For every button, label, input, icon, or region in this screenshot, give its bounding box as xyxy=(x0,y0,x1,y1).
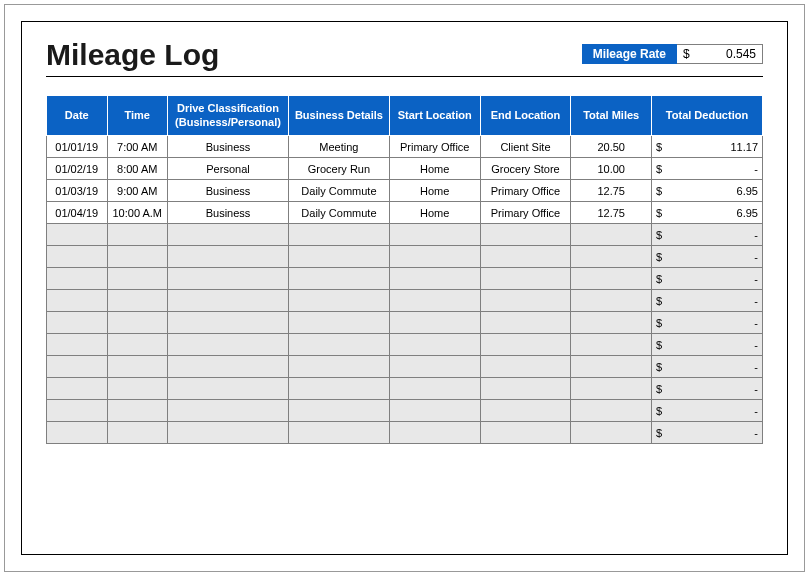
mileage-rate-value[interactable]: $ 0.545 xyxy=(677,44,763,64)
cell-time[interactable]: 7:00 AM xyxy=(107,136,168,158)
cell-start[interactable]: Home xyxy=(389,202,480,224)
cell-empty[interactable] xyxy=(571,400,652,422)
cell-class[interactable]: Business xyxy=(168,180,289,202)
cell-empty[interactable] xyxy=(107,312,168,334)
cell-empty[interactable] xyxy=(289,422,390,444)
cell-empty[interactable] xyxy=(47,334,108,356)
cell-deduction[interactable]: $- xyxy=(652,400,763,422)
cell-empty[interactable] xyxy=(571,334,652,356)
cell-empty[interactable] xyxy=(107,356,168,378)
table-row[interactable]: 01/03/199:00 AMBusinessDaily CommuteHome… xyxy=(47,180,763,202)
cell-empty[interactable] xyxy=(389,290,480,312)
cell-empty[interactable] xyxy=(168,422,289,444)
cell-empty[interactable] xyxy=(289,356,390,378)
cell-date[interactable]: 01/04/19 xyxy=(47,202,108,224)
table-row[interactable]: $- xyxy=(47,378,763,400)
cell-empty[interactable] xyxy=(480,290,571,312)
cell-deduction[interactable]: $- xyxy=(652,224,763,246)
cell-empty[interactable] xyxy=(107,290,168,312)
cell-details[interactable]: Daily Commute xyxy=(289,202,390,224)
cell-empty[interactable] xyxy=(289,378,390,400)
cell-empty[interactable] xyxy=(168,400,289,422)
cell-empty[interactable] xyxy=(47,290,108,312)
cell-empty[interactable] xyxy=(389,224,480,246)
cell-deduction[interactable]: $- xyxy=(652,290,763,312)
cell-empty[interactable] xyxy=(480,356,571,378)
cell-start[interactable]: Home xyxy=(389,180,480,202)
cell-class[interactable]: Personal xyxy=(168,158,289,180)
cell-empty[interactable] xyxy=(168,312,289,334)
cell-time[interactable]: 8:00 AM xyxy=(107,158,168,180)
cell-empty[interactable] xyxy=(571,422,652,444)
cell-empty[interactable] xyxy=(571,246,652,268)
cell-details[interactable]: Daily Commute xyxy=(289,180,390,202)
cell-empty[interactable] xyxy=(168,290,289,312)
cell-empty[interactable] xyxy=(389,246,480,268)
cell-miles[interactable]: 12.75 xyxy=(571,202,652,224)
cell-deduction[interactable]: $6.95 xyxy=(652,202,763,224)
cell-end[interactable]: Grocery Store xyxy=(480,158,571,180)
cell-empty[interactable] xyxy=(389,422,480,444)
cell-empty[interactable] xyxy=(389,334,480,356)
cell-empty[interactable] xyxy=(480,334,571,356)
table-row[interactable]: 01/04/1910:00 A.MBusinessDaily CommuteHo… xyxy=(47,202,763,224)
cell-miles[interactable]: 12.75 xyxy=(571,180,652,202)
cell-deduction[interactable]: $- xyxy=(652,268,763,290)
cell-empty[interactable] xyxy=(107,400,168,422)
cell-empty[interactable] xyxy=(480,312,571,334)
cell-miles[interactable]: 10.00 xyxy=(571,158,652,180)
cell-empty[interactable] xyxy=(47,268,108,290)
table-row[interactable]: $- xyxy=(47,400,763,422)
cell-empty[interactable] xyxy=(480,268,571,290)
cell-empty[interactable] xyxy=(571,290,652,312)
cell-empty[interactable] xyxy=(168,356,289,378)
cell-empty[interactable] xyxy=(107,246,168,268)
table-row[interactable]: $- xyxy=(47,312,763,334)
cell-deduction[interactable]: $6.95 xyxy=(652,180,763,202)
table-row[interactable]: $- xyxy=(47,224,763,246)
table-row[interactable]: $- xyxy=(47,356,763,378)
table-row[interactable]: $- xyxy=(47,290,763,312)
cell-empty[interactable] xyxy=(389,378,480,400)
cell-empty[interactable] xyxy=(571,356,652,378)
cell-empty[interactable] xyxy=(480,224,571,246)
cell-end[interactable]: Primary Office xyxy=(480,180,571,202)
cell-deduction[interactable]: $- xyxy=(652,422,763,444)
table-row[interactable]: $- xyxy=(47,268,763,290)
cell-date[interactable]: 01/03/19 xyxy=(47,180,108,202)
cell-empty[interactable] xyxy=(480,378,571,400)
cell-empty[interactable] xyxy=(289,246,390,268)
cell-empty[interactable] xyxy=(47,356,108,378)
cell-empty[interactable] xyxy=(168,268,289,290)
cell-class[interactable]: Business xyxy=(168,202,289,224)
table-row[interactable]: 01/01/197:00 AMBusinessMeetingPrimary Of… xyxy=(47,136,763,158)
cell-empty[interactable] xyxy=(47,312,108,334)
cell-empty[interactable] xyxy=(47,224,108,246)
cell-empty[interactable] xyxy=(389,400,480,422)
cell-empty[interactable] xyxy=(389,312,480,334)
cell-empty[interactable] xyxy=(168,378,289,400)
cell-start[interactable]: Home xyxy=(389,158,480,180)
cell-empty[interactable] xyxy=(168,246,289,268)
table-row[interactable]: $- xyxy=(47,246,763,268)
cell-empty[interactable] xyxy=(168,334,289,356)
cell-empty[interactable] xyxy=(571,224,652,246)
cell-empty[interactable] xyxy=(389,268,480,290)
cell-deduction[interactable]: $- xyxy=(652,158,763,180)
cell-empty[interactable] xyxy=(47,246,108,268)
cell-empty[interactable] xyxy=(289,224,390,246)
cell-empty[interactable] xyxy=(47,422,108,444)
cell-start[interactable]: Primary Office xyxy=(389,136,480,158)
cell-deduction[interactable]: $- xyxy=(652,246,763,268)
cell-empty[interactable] xyxy=(47,378,108,400)
cell-empty[interactable] xyxy=(571,268,652,290)
cell-empty[interactable] xyxy=(107,334,168,356)
cell-empty[interactable] xyxy=(289,334,390,356)
cell-empty[interactable] xyxy=(107,422,168,444)
cell-empty[interactable] xyxy=(289,312,390,334)
cell-empty[interactable] xyxy=(168,224,289,246)
cell-empty[interactable] xyxy=(107,224,168,246)
cell-deduction[interactable]: $- xyxy=(652,378,763,400)
cell-empty[interactable] xyxy=(389,356,480,378)
cell-empty[interactable] xyxy=(47,400,108,422)
